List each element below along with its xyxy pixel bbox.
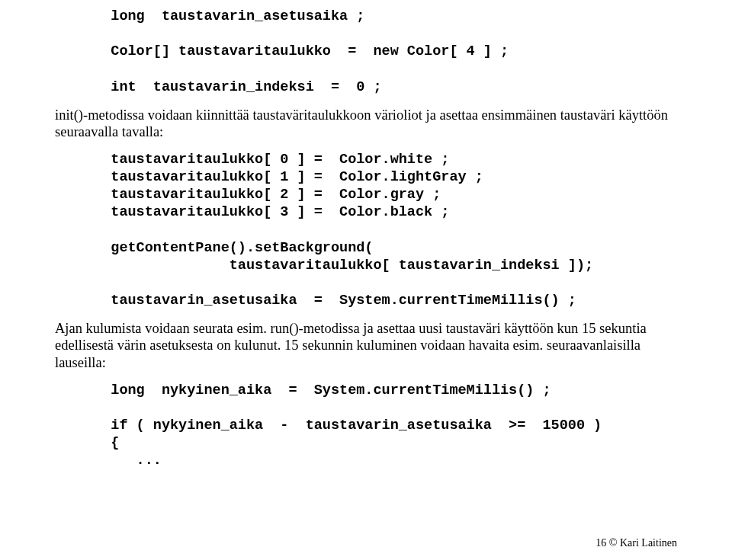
code-block-3: long nykyinen_aika = System.currentTimeM… <box>55 382 677 470</box>
document-page: long taustavarin_asetusaika ; Color[] ta… <box>0 0 732 488</box>
code-block-1: long taustavarin_asetusaika ; Color[] ta… <box>55 8 677 96</box>
code-block-2: taustavaritaulukko[ 0 ] = Color.white ; … <box>55 151 677 309</box>
paragraph-2: Ajan kulumista voidaan seurata esim. run… <box>55 320 677 371</box>
page-footer: 16 © Kari Laitinen <box>596 537 677 549</box>
paragraph-1: init()-metodissa voidaan kiinnittää taus… <box>55 107 677 140</box>
